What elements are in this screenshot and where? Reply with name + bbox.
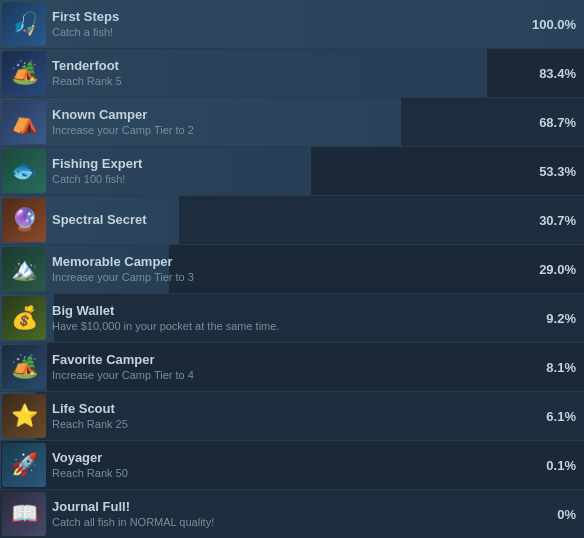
achievement-title-favorite-camper: Favorite Camper — [52, 352, 532, 369]
achievement-percent-first-steps: 100.0% — [532, 17, 584, 32]
achievement-percent-journal-full: 0% — [532, 507, 584, 522]
achievement-text-first-steps: First StepsCatch a fish! — [52, 9, 532, 39]
achievement-text-favorite-camper: Favorite CamperIncrease your Camp Tier t… — [52, 352, 532, 382]
achievement-percent-fishing-expert: 53.3% — [532, 164, 584, 179]
achievement-row-first-steps[interactable]: 🎣First StepsCatch a fish!100.0% — [0, 0, 584, 49]
achievement-desc-fishing-expert: Catch 100 fish! — [52, 173, 532, 186]
achievement-row-fishing-expert[interactable]: 🐟Fishing ExpertCatch 100 fish!53.3% — [0, 147, 584, 196]
achievement-list: 🎣First StepsCatch a fish!100.0%🏕️Tenderf… — [0, 0, 584, 538]
achievement-percent-life-scout: 6.1% — [532, 409, 584, 424]
achievement-icon-emoji-tenderfoot: 🏕️ — [2, 51, 46, 95]
achievement-desc-big-wallet: Have $10,000 in your pocket at the same … — [52, 320, 532, 333]
achievement-row-journal-full[interactable]: 📖Journal Full!Catch all fish in NORMAL q… — [0, 490, 584, 538]
achievement-text-spectral-secret: Spectral Secret — [52, 212, 532, 229]
achievement-desc-tenderfoot: Reach Rank 5 — [52, 75, 532, 88]
achievement-row-big-wallet[interactable]: 💰Big WalletHave $10,000 in your pocket a… — [0, 294, 584, 343]
achievement-text-memorable-camper: Memorable CamperIncrease your Camp Tier … — [52, 254, 532, 284]
achievement-desc-life-scout: Reach Rank 25 — [52, 418, 532, 431]
achievement-icon-first-steps: 🎣 — [2, 2, 46, 46]
achievement-icon-emoji-journal-full: 📖 — [2, 492, 46, 536]
achievement-icon-voyager: 🚀 — [2, 443, 46, 487]
achievement-title-life-scout: Life Scout — [52, 401, 532, 418]
achievement-row-favorite-camper[interactable]: 🏕️Favorite CamperIncrease your Camp Tier… — [0, 343, 584, 392]
achievement-text-journal-full: Journal Full!Catch all fish in NORMAL qu… — [52, 499, 532, 529]
achievement-row-known-camper[interactable]: ⛺Known CamperIncrease your Camp Tier to … — [0, 98, 584, 147]
achievement-desc-favorite-camper: Increase your Camp Tier to 4 — [52, 369, 532, 382]
achievement-icon-emoji-voyager: 🚀 — [2, 443, 46, 487]
achievement-icon-journal-full: 📖 — [2, 492, 46, 536]
achievement-percent-favorite-camper: 8.1% — [532, 360, 584, 375]
achievement-text-voyager: VoyagerReach Rank 50 — [52, 450, 532, 480]
achievement-desc-first-steps: Catch a fish! — [52, 26, 532, 39]
achievement-title-big-wallet: Big Wallet — [52, 303, 532, 320]
achievement-percent-known-camper: 68.7% — [532, 115, 584, 130]
achievement-icon-emoji-life-scout: ⭐ — [2, 394, 46, 438]
achievement-desc-voyager: Reach Rank 50 — [52, 467, 532, 480]
achievement-row-spectral-secret[interactable]: 🔮Spectral Secret30.7% — [0, 196, 584, 245]
achievement-icon-emoji-spectral-secret: 🔮 — [2, 198, 46, 242]
achievement-desc-journal-full: Catch all fish in NORMAL quality! — [52, 516, 532, 529]
achievement-icon-emoji-fishing-expert: 🐟 — [2, 149, 46, 193]
achievement-text-known-camper: Known CamperIncrease your Camp Tier to 2 — [52, 107, 532, 137]
achievement-percent-spectral-secret: 30.7% — [532, 213, 584, 228]
achievement-desc-memorable-camper: Increase your Camp Tier to 3 — [52, 271, 532, 284]
achievement-percent-voyager: 0.1% — [532, 458, 584, 473]
achievement-title-fishing-expert: Fishing Expert — [52, 156, 532, 173]
achievement-title-voyager: Voyager — [52, 450, 532, 467]
achievement-row-memorable-camper[interactable]: 🏔️Memorable CamperIncrease your Camp Tie… — [0, 245, 584, 294]
achievement-title-known-camper: Known Camper — [52, 107, 532, 124]
progress-bar-voyager — [0, 441, 1, 489]
achievement-percent-big-wallet: 9.2% — [532, 311, 584, 326]
achievement-icon-emoji-memorable-camper: 🏔️ — [2, 247, 46, 291]
achievement-title-spectral-secret: Spectral Secret — [52, 212, 532, 229]
achievement-title-journal-full: Journal Full! — [52, 499, 532, 516]
achievement-title-tenderfoot: Tenderfoot — [52, 58, 532, 75]
achievement-icon-favorite-camper: 🏕️ — [2, 345, 46, 389]
achievement-title-first-steps: First Steps — [52, 9, 532, 26]
achievement-icon-spectral-secret: 🔮 — [2, 198, 46, 242]
achievement-icon-emoji-known-camper: ⛺ — [2, 100, 46, 144]
achievement-row-voyager[interactable]: 🚀VoyagerReach Rank 500.1% — [0, 441, 584, 490]
achievement-icon-tenderfoot: 🏕️ — [2, 51, 46, 95]
achievement-percent-memorable-camper: 29.0% — [532, 262, 584, 277]
achievement-icon-life-scout: ⭐ — [2, 394, 46, 438]
achievement-title-memorable-camper: Memorable Camper — [52, 254, 532, 271]
achievement-icon-emoji-favorite-camper: 🏕️ — [2, 345, 46, 389]
achievement-icon-memorable-camper: 🏔️ — [2, 247, 46, 291]
achievement-desc-known-camper: Increase your Camp Tier to 2 — [52, 124, 532, 137]
achievement-text-life-scout: Life ScoutReach Rank 25 — [52, 401, 532, 431]
achievement-icon-big-wallet: 💰 — [2, 296, 46, 340]
achievement-icon-emoji-first-steps: 🎣 — [2, 2, 46, 46]
achievement-icon-known-camper: ⛺ — [2, 100, 46, 144]
achievement-percent-tenderfoot: 83.4% — [532, 66, 584, 81]
achievement-text-big-wallet: Big WalletHave $10,000 in your pocket at… — [52, 303, 532, 333]
achievement-row-tenderfoot[interactable]: 🏕️TenderfootReach Rank 583.4% — [0, 49, 584, 98]
achievement-text-fishing-expert: Fishing ExpertCatch 100 fish! — [52, 156, 532, 186]
achievement-icon-emoji-big-wallet: 💰 — [2, 296, 46, 340]
achievement-text-tenderfoot: TenderfootReach Rank 5 — [52, 58, 532, 88]
achievement-row-life-scout[interactable]: ⭐Life ScoutReach Rank 256.1% — [0, 392, 584, 441]
achievement-icon-fishing-expert: 🐟 — [2, 149, 46, 193]
